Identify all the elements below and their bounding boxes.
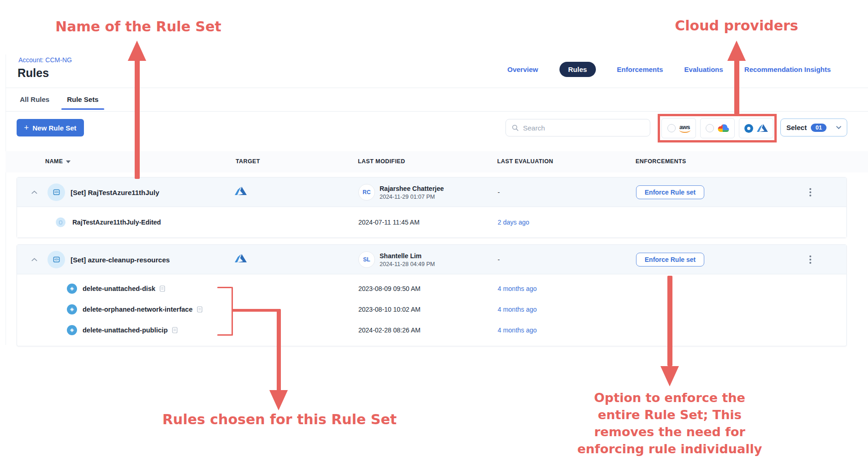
modified-by-name: Rajarshee Chatterjee (380, 184, 444, 192)
rule-modified-date: 2023-08-10 10:02 AM (358, 306, 421, 313)
rule-last-evaluation-link[interactable]: 2 days ago (498, 219, 529, 226)
rule-icon: ◈ (67, 304, 77, 314)
avatar: SL (358, 251, 375, 268)
column-target: TARGET (236, 158, 260, 165)
column-last-modified: LAST MODIFIED (358, 158, 405, 165)
annotation-arrow-up-icon (128, 41, 146, 61)
gcp-radio-icon[interactable] (706, 124, 714, 132)
provider-toggle-azure[interactable] (739, 118, 773, 138)
azure-radio-selected-icon[interactable] (744, 124, 753, 133)
enforce-rule-set-button[interactable]: Enforce Rule set (636, 253, 704, 267)
provider-toggle-aws[interactable]: aws (661, 118, 696, 138)
rule-last-evaluation-link[interactable]: 4 months ago (498, 306, 537, 313)
plus-icon: + (24, 124, 29, 132)
last-evaluation-empty: - (498, 256, 500, 263)
chevron-down-icon (836, 126, 841, 129)
sort-caret-icon (66, 160, 71, 163)
rule-set-row[interactable]: </> [Set] RajTestAzure11thJuly RC Rajars… (17, 178, 846, 207)
nav-enforcements[interactable]: Enforcements (617, 65, 663, 73)
rule-name-text: delete-unattached-disk (83, 285, 155, 292)
modified-date: 2024-11-29 01:07 PM (380, 193, 444, 200)
annotation-name-of-rule-set: Name of the Rule Set (51, 18, 226, 35)
aws-radio-icon[interactable] (667, 124, 676, 132)
avatar: RC (358, 184, 375, 201)
annotation-rules-chosen: Rules chosen for this Rule Set (155, 411, 404, 427)
rule-name-text: delete-orphaned-network-interface (83, 306, 193, 313)
rule-document-icon[interactable] (172, 327, 178, 333)
select-label: Select (786, 124, 807, 131)
search-icon (511, 124, 519, 131)
rule-name: RajTestAzure11thJuly-Edited (72, 219, 161, 226)
column-name[interactable]: NAME (45, 158, 71, 165)
rule-set-name: [Set] RajTestAzure11thJuly (71, 188, 159, 196)
select-dropdown[interactable]: Select 01 (780, 118, 847, 136)
aws-logo-text: aws (679, 124, 690, 130)
rule-set-icon: </> (48, 184, 65, 201)
modified-date: 2024-11-28 04:49 PM (380, 261, 435, 267)
annotation-enforce-note-line: enforcing rule individually (564, 440, 776, 457)
nav-recommendation-insights[interactable]: Recommendation Insights (744, 65, 831, 73)
tab-rule-sets[interactable]: Rule Sets (67, 95, 98, 109)
rules-tabs: All Rules Rule Sets (20, 95, 99, 109)
rule-row[interactable]: RajTestAzure11thJuly-Edited 2024-07-11 1… (17, 207, 846, 237)
annotation-arrow-up-icon (727, 41, 746, 61)
rule-modified-date: 2024-07-11 11:45 AM (358, 219, 420, 226)
select-count-badge: 01 (811, 124, 826, 132)
account-breadcrumb[interactable]: Account: CCM-NG (18, 56, 72, 64)
azure-target-icon (235, 253, 247, 266)
rule-modified-date: 2023-08-09 09:50 AM (358, 285, 421, 292)
nav-rules-active[interactable]: Rules (559, 62, 596, 77)
row-menu-kebab-icon[interactable] (807, 185, 814, 199)
search-box (505, 119, 650, 136)
annotation-arrow-down-icon (269, 390, 288, 410)
nav-overview[interactable]: Overview (507, 65, 538, 73)
annotation-enforce-note: Option to enforce the entire Rule Set; T… (564, 389, 776, 457)
rule-last-evaluation-link[interactable]: 4 months ago (498, 326, 537, 334)
tab-all-rules[interactable]: All Rules (20, 95, 49, 109)
collapse-chevron-icon[interactable] (28, 254, 40, 266)
cloud-provider-filters: aws (661, 118, 773, 138)
column-last-evaluation: LAST EVALUATION (497, 158, 553, 165)
new-rule-set-button[interactable]: + New Rule Set (17, 119, 84, 136)
nav-evaluations[interactable]: Evaluations (684, 65, 723, 73)
rule-set-card: </> [Set] azure-cleanup-resources SL Sha… (17, 244, 847, 346)
rule-document-icon[interactable] (197, 306, 202, 313)
rule-row[interactable]: ◈ delete-unattached-disk 2023-08-09 09:5… (17, 278, 846, 299)
new-rule-set-label: New Rule Set (33, 124, 77, 132)
column-enforcements: ENFORCEMENTS (636, 158, 686, 165)
modified-by-cell: Rajarshee Chatterjee 2024-11-29 01:07 PM (380, 184, 444, 200)
rule-name: delete-unattached-disk (83, 285, 165, 292)
row-menu-kebab-icon[interactable] (807, 253, 814, 267)
rule-row[interactable]: ◈ delete-orphaned-network-interface 2023… (17, 299, 846, 320)
tabs-divider (6, 111, 868, 112)
aws-logo-icon: aws (679, 124, 690, 133)
modified-by-cell: Shantelle Lim 2024-11-28 04:49 PM (380, 252, 435, 267)
last-evaluation-empty: - (498, 189, 500, 196)
svg-text:</>: </> (54, 190, 58, 194)
collapse-chevron-icon[interactable] (28, 186, 40, 198)
header-divider (6, 88, 868, 88)
rule-set-name: [Set] azure-cleanup-resources (71, 255, 170, 263)
rules-page: Account: CCM-NG Rules Overview Rules Enf… (0, 0, 868, 474)
top-navigation: Overview Rules Enforcements Evaluations … (507, 62, 831, 77)
rule-icon (56, 218, 65, 227)
table-header: NAME TARGET LAST MODIFIED LAST EVALUATIO… (6, 151, 868, 172)
rule-icon: ◈ (67, 325, 77, 335)
rule-row[interactable]: ◈ delete-unattached-publicip 2024-02-28 … (17, 320, 846, 340)
azure-target-icon (235, 186, 247, 198)
rule-document-icon[interactable] (160, 285, 165, 292)
rule-last-evaluation-link[interactable]: 4 months ago (498, 285, 537, 292)
rule-modified-date: 2024-02-28 08:26 AM (358, 326, 421, 334)
aws-smile-icon (679, 130, 690, 133)
rule-name: delete-unattached-publicip (83, 326, 178, 334)
gcp-logo-icon (718, 124, 730, 133)
page-title: Rules (18, 66, 49, 80)
annotation-enforce-note-line: entire Rule Set; This (564, 406, 776, 423)
annotation-arrow-down-icon (660, 366, 679, 386)
rule-name-text: delete-unattached-publicip (83, 326, 168, 334)
search-input[interactable] (523, 124, 644, 132)
enforce-rule-set-button[interactable]: Enforce Rule set (636, 185, 704, 199)
rule-set-row[interactable]: </> [Set] azure-cleanup-resources SL Sha… (17, 245, 846, 274)
provider-toggle-gcp[interactable] (700, 118, 735, 138)
rule-icon: ◈ (67, 284, 77, 294)
